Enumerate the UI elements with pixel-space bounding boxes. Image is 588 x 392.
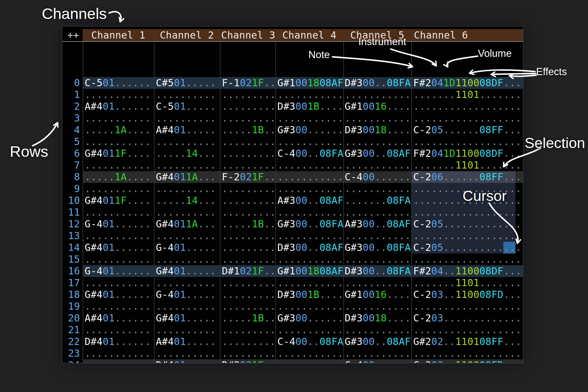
channel-header-6[interactable]: Channel 6 bbox=[414, 29, 468, 41]
channel-header-2[interactable]: Channel 2 bbox=[160, 29, 214, 41]
pattern-cell-ch6[interactable]: .................. bbox=[413, 136, 521, 148]
pattern-cell-ch3[interactable]: .....1B.. bbox=[222, 124, 276, 136]
pattern-cell-ch1[interactable]: ........... bbox=[85, 348, 151, 359]
pattern-cell-ch4[interactable]: G#300...... bbox=[277, 312, 344, 324]
pattern-cell-ch2[interactable]: .......... bbox=[156, 230, 216, 242]
pattern-cell-ch3[interactable]: ......... bbox=[222, 159, 276, 171]
pattern-row-7[interactable]: 7.......................................… bbox=[62, 159, 523, 171]
pattern-cell-ch3[interactable]: ......... bbox=[222, 277, 276, 289]
channel-header-1[interactable]: Channel 1 bbox=[91, 29, 145, 41]
pattern-cell-ch3[interactable]: D#1021F.. bbox=[222, 265, 276, 277]
pattern-cell-ch1[interactable]: ........... bbox=[85, 277, 151, 289]
pattern-cell-ch6[interactable]: F#2041D110008DF... bbox=[413, 148, 521, 159]
pattern-cell-ch4[interactable]: ........... bbox=[277, 171, 344, 183]
pattern-cell-ch1[interactable]: ........... bbox=[85, 253, 151, 265]
pattern-row-11[interactable]: 11......................................… bbox=[62, 206, 523, 218]
pattern-cell-ch6[interactable]: .................. bbox=[413, 101, 521, 112]
pattern-cell-ch4[interactable]: ........... bbox=[277, 253, 344, 265]
pattern-cell-ch1[interactable]: ........... bbox=[85, 112, 151, 124]
pattern-cell-ch5[interactable]: ........... bbox=[345, 112, 411, 124]
pattern-cell-ch5[interactable]: ........... bbox=[345, 183, 411, 195]
pattern-row-20[interactable]: 20A#401......G#401..........1B..G#300...… bbox=[62, 312, 523, 324]
pattern-cell-ch3[interactable]: ......... bbox=[222, 101, 276, 112]
pattern-cell-ch3[interactable]: ......... bbox=[222, 336, 276, 348]
pattern-cell-ch4[interactable]: ........... bbox=[277, 89, 344, 101]
pattern-cell-ch1[interactable]: ........... bbox=[85, 136, 151, 148]
pattern-cell-ch5[interactable]: ........... bbox=[345, 253, 411, 265]
pattern-row-21[interactable]: 21......................................… bbox=[62, 324, 523, 336]
pattern-cell-ch5[interactable]: ........... bbox=[345, 136, 411, 148]
pattern-cell-ch1[interactable]: ........... bbox=[85, 159, 151, 171]
pattern-cell-ch5[interactable]: D#30018.... bbox=[345, 124, 411, 136]
pattern-cell-ch6[interactable]: C-206......08FF... bbox=[413, 171, 521, 183]
pattern-cell-ch3[interactable]: ......... bbox=[222, 136, 276, 148]
pattern-cell-ch5[interactable]: G#10016.... bbox=[345, 101, 411, 112]
pattern-cell-ch4[interactable]: ........... bbox=[277, 230, 344, 242]
pattern-cell-ch3[interactable]: ......... bbox=[222, 89, 276, 101]
pattern-cell-ch5[interactable]: .......08FA bbox=[345, 195, 411, 206]
pattern-cell-ch2[interactable]: G-401..... bbox=[156, 242, 216, 253]
pattern-cell-ch4[interactable]: D#300..08AF bbox=[277, 242, 344, 253]
pattern-cell-ch6[interactable]: .................. bbox=[413, 348, 521, 359]
pattern-cell-ch3[interactable]: ......... bbox=[222, 230, 276, 242]
pattern-cell-ch4[interactable]: C-400..08FA bbox=[277, 148, 344, 159]
pattern-row-17[interactable]: 17......................................… bbox=[62, 277, 523, 289]
pattern-cell-ch5[interactable]: D#300..08FA bbox=[345, 77, 411, 89]
pattern-cell-ch5[interactable]: ........... bbox=[345, 348, 411, 359]
pattern-cell-ch2[interactable]: .....14... bbox=[156, 195, 216, 206]
pattern-cell-ch6[interactable]: F#204..110008DF... bbox=[413, 265, 521, 277]
pattern-cell-ch4[interactable]: D#3001B.... bbox=[277, 101, 344, 112]
pattern-cell-ch1[interactable]: A#401...... bbox=[85, 312, 151, 324]
pattern-cell-ch2[interactable]: C#501..... bbox=[156, 77, 216, 89]
pattern-cell-ch4[interactable]: D#3001B.... bbox=[277, 289, 344, 301]
pattern-cell-ch1[interactable]: ........... bbox=[85, 206, 151, 218]
pattern-cell-ch1[interactable]: G-401...... bbox=[85, 218, 151, 230]
pattern-cell-ch6[interactable]: .................. bbox=[413, 324, 521, 336]
pattern-row-12[interactable]: 12G-401......G#4011A........1B..G#300..0… bbox=[62, 218, 523, 230]
pattern-cell-ch1[interactable]: G#401...... bbox=[85, 242, 151, 253]
pattern-cell-ch1[interactable]: ........... bbox=[85, 89, 151, 101]
pattern-cell-ch1[interactable]: D#401...... bbox=[85, 336, 151, 348]
pattern-cell-ch2[interactable]: G-401..... bbox=[156, 289, 216, 301]
pattern-cell-ch2[interactable]: .......... bbox=[156, 112, 216, 124]
pattern-cell-ch3[interactable]: ......... bbox=[222, 242, 276, 253]
pattern-row-22[interactable]: 22D#401......A#401..............C-400..0… bbox=[62, 336, 523, 348]
pattern-cell-ch1[interactable]: .....1A.... bbox=[85, 124, 151, 136]
pattern-cell-ch4[interactable]: C-400..08FA bbox=[277, 336, 344, 348]
pattern-cell-ch6[interactable]: C-205............. bbox=[413, 218, 521, 230]
pattern-cell-ch5[interactable]: ........... bbox=[345, 230, 411, 242]
pattern-cell-ch3[interactable]: F-1021F.. bbox=[222, 77, 276, 89]
pattern-row-4[interactable]: 4.....1A....A#401..........1B..G#300....… bbox=[62, 124, 523, 136]
channel-header-3[interactable]: Channel 3 bbox=[221, 29, 275, 41]
pattern-cell-ch5[interactable]: ........... bbox=[345, 89, 411, 101]
pattern-cell-ch6[interactable]: C-205......08FF... bbox=[413, 124, 521, 136]
pattern-cell-ch6[interactable]: .................. bbox=[413, 253, 521, 265]
pattern-cell-ch6[interactable]: .......1101....... bbox=[413, 277, 521, 289]
pattern-cell-ch6[interactable]: .................. bbox=[413, 230, 521, 242]
pattern-cell-ch1[interactable]: ........... bbox=[85, 324, 151, 336]
pattern-cell-ch2[interactable]: G#4011A... bbox=[156, 218, 216, 230]
pattern-cell-ch5[interactable]: G#300..08FA bbox=[345, 242, 411, 253]
pattern-cell-ch4[interactable]: G#300...... bbox=[277, 124, 344, 136]
pattern-cell-ch5[interactable]: ........... bbox=[345, 206, 411, 218]
pattern-row-9[interactable]: 9.......................................… bbox=[62, 183, 523, 195]
pattern-cell-ch2[interactable]: .......... bbox=[156, 183, 216, 195]
pattern-cell-ch3[interactable]: ......... bbox=[222, 148, 276, 159]
pattern-cell-ch6[interactable]: .................. bbox=[413, 112, 521, 124]
pattern-cell-ch2[interactable]: .......... bbox=[156, 206, 216, 218]
pattern-cell-ch6[interactable]: C-303..110008FD... bbox=[413, 359, 521, 363]
pattern-cell-ch2[interactable]: A#401..... bbox=[156, 336, 216, 348]
pattern-row-15[interactable]: 15......................................… bbox=[62, 253, 523, 265]
pattern-cell-ch2[interactable]: .......... bbox=[156, 277, 216, 289]
pattern-cell-ch2[interactable]: G#401..... bbox=[156, 312, 216, 324]
pattern-cell-ch6[interactable]: .................. bbox=[413, 301, 521, 312]
pattern-cell-ch6[interactable]: G#202..110108FF... bbox=[413, 336, 521, 348]
pattern-cell-ch3[interactable]: ......... bbox=[222, 301, 276, 312]
pattern-cell-ch2[interactable]: .......... bbox=[156, 159, 216, 171]
pattern-cell-ch5[interactable]: G#300..08AF bbox=[345, 336, 411, 348]
pattern-cell-ch5[interactable]: A#300..08AF bbox=[345, 218, 411, 230]
pattern-cell-ch6[interactable]: F#2041D110008DF... bbox=[413, 77, 521, 89]
pattern-cell-ch4[interactable]: ........... bbox=[277, 112, 344, 124]
pattern-cell-ch4[interactable]: ........... bbox=[277, 359, 344, 363]
pattern-cell-ch2[interactable]: .....14... bbox=[156, 148, 216, 159]
